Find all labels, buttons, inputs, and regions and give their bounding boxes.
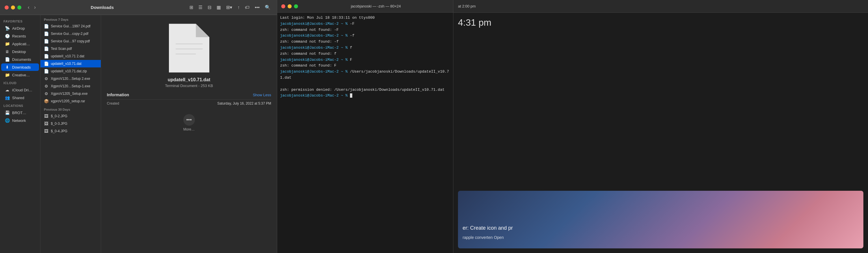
sidebar-item-icloud-drive[interactable]: ☁ iCloud Dri… bbox=[1, 86, 39, 94]
terminal-line: jacobjanoski@Jacobs-iMac-2 ~ % bbox=[280, 93, 450, 99]
terminal-line: zsh: command not found: f bbox=[280, 51, 450, 57]
arrange-button[interactable]: ⊞▾ bbox=[224, 3, 234, 11]
column-view-button[interactable]: ⊟ bbox=[206, 3, 213, 11]
file-item[interactable]: 📦 xgproV1205_setup.rar bbox=[40, 97, 101, 105]
sidebar: Favorites 📡 AirDrop 🕐 Recents 📁 Applicat… bbox=[0, 15, 40, 253]
search-button[interactable]: 🔍 bbox=[263, 3, 272, 11]
created-value: Saturday, July 16, 2022 at 5:37 PM bbox=[217, 101, 271, 105]
terminal-line: zsh: command not found: F bbox=[280, 63, 450, 69]
sidebar-item-label: Desktop bbox=[12, 49, 26, 54]
favorites-header: Favorites bbox=[0, 17, 40, 24]
file-item[interactable]: 📄 Test Scan.pdf bbox=[40, 45, 101, 52]
sidebar-item-documents[interactable]: 📄 Documents bbox=[1, 56, 39, 63]
info-header: Information Show Less bbox=[107, 93, 271, 97]
svg-marker-0 bbox=[169, 24, 209, 72]
pdf-icon: 📄 bbox=[44, 24, 49, 29]
file-preview-icon bbox=[169, 24, 209, 73]
file-list-pane: Previous 7 Days 📄 Service Gui…1997 24.pd… bbox=[40, 15, 101, 253]
list-view-button[interactable]: ☰ bbox=[197, 3, 204, 11]
sidebar-item-applications[interactable]: 📁 Applicati… bbox=[1, 40, 39, 47]
nav-arrows: ‹ › bbox=[26, 4, 37, 11]
file-name: $_0-4.JPG bbox=[51, 129, 67, 133]
sidebar-item-label: Downloads bbox=[12, 65, 31, 69]
file-name: Service Gui…copy-2.pdf bbox=[51, 32, 88, 36]
sidebar-item-label: Applicati… bbox=[12, 42, 30, 46]
finder-body: Favorites 📡 AirDrop 🕐 Recents 📁 Applicat… bbox=[0, 15, 277, 253]
jpg-icon: 🖼 bbox=[44, 129, 49, 134]
fullscreen-button[interactable] bbox=[17, 5, 21, 9]
gallery-view-button[interactable]: ▦ bbox=[215, 3, 223, 11]
exe-icon: ⚙ bbox=[44, 84, 49, 88]
forward-button[interactable]: › bbox=[32, 4, 37, 11]
terminal-minimize-button[interactable] bbox=[288, 4, 292, 8]
file-item[interactable]: 🖼 $_0-2.JPG bbox=[40, 112, 101, 120]
terminal-fullscreen-button[interactable] bbox=[294, 4, 298, 8]
file-item[interactable]: 📄 Service Gui…97 copy.pdf bbox=[40, 37, 101, 45]
file-name: xgproV1205_setup.rar bbox=[51, 99, 85, 103]
terminal-line: jacobjanoski@Jacobs-iMac-2 ~ % /Users/ja… bbox=[280, 69, 450, 81]
sidebar-item-network[interactable]: 🌐 Network bbox=[1, 117, 39, 124]
file-item[interactable]: ⚙ XgproV120…Setup 2.exe bbox=[40, 75, 101, 82]
terminal-close-button[interactable] bbox=[281, 4, 285, 8]
sidebar-item-label: BROT… bbox=[12, 111, 26, 115]
exe-icon: ⚙ bbox=[44, 92, 49, 96]
sidebar-item-downloads[interactable]: ⬇ Downloads bbox=[1, 63, 39, 71]
sidebar-item-airdrop[interactable]: 📡 AirDrop bbox=[1, 25, 39, 32]
file-item[interactable]: 📄 Service Gui…copy-2.pdf bbox=[40, 30, 101, 37]
file-name: Service Gui…1997 24.pdf bbox=[51, 24, 90, 28]
window-title: Downloads bbox=[42, 5, 162, 10]
file-item-selected[interactable]: 📄 updateII_v10.71.dat bbox=[40, 60, 101, 67]
sidebar-item-creative[interactable]: 📁 Creative… bbox=[1, 71, 39, 79]
file-name: updateII_v10.71 2.dat bbox=[51, 54, 84, 58]
right-panel: at 2:00 pm 4:31 pm er: Create icon and p… bbox=[453, 0, 868, 253]
file-item[interactable]: ⚙ XgproV1205_Setup.exe bbox=[40, 90, 101, 97]
file-item[interactable]: 📄 Service Gui…1997 24.pdf bbox=[40, 23, 101, 30]
file-item[interactable]: 📄 updateII_v10.71 2.dat bbox=[40, 52, 101, 60]
right-top-bar: at 2:00 pm bbox=[453, 0, 868, 13]
more-circle-button[interactable]: ••• bbox=[183, 114, 195, 125]
terminal-line: jacobjanoski@Jacobs-iMac-2 ~ % -F bbox=[280, 21, 450, 27]
minimize-button[interactable] bbox=[11, 5, 15, 9]
downloads-icon: ⬇ bbox=[5, 65, 10, 69]
applications-icon: 📁 bbox=[5, 41, 10, 46]
recents-icon: 🕐 bbox=[5, 34, 10, 38]
file-item[interactable]: 🖼 $_0-3.JPG bbox=[40, 120, 101, 128]
locations-header: Locations bbox=[0, 102, 40, 109]
tag-button[interactable]: 🏷 bbox=[243, 4, 251, 11]
terminal-line: zsh: command not found: -f bbox=[280, 39, 450, 45]
sidebar-item-desktop[interactable]: 🖥 Desktop bbox=[1, 48, 39, 55]
back-button[interactable]: ‹ bbox=[26, 4, 31, 11]
icloud-header: iCloud bbox=[0, 79, 40, 86]
pdf-icon: 📄 bbox=[44, 46, 49, 51]
file-item[interactable]: 📄 updateII_v10.71.dat.zip bbox=[40, 67, 101, 75]
terminal-body[interactable]: Last login: Mon Jul 18 18:33:11 on ttys0… bbox=[277, 13, 453, 253]
sidebar-item-label: Recents bbox=[12, 34, 26, 38]
sidebar-item-shared[interactable]: 👥 Shared bbox=[1, 94, 39, 101]
rar-icon: 📦 bbox=[44, 99, 49, 103]
share-button[interactable]: ↑ bbox=[236, 4, 241, 11]
jpg-icon: 🖼 bbox=[44, 114, 49, 118]
file-name: $_0-2.JPG bbox=[51, 114, 67, 118]
terminal-line: jacobjanoski@Jacobs-iMac-2 ~ % f bbox=[280, 45, 450, 51]
file-item[interactable]: 🖼 $_0-4.JPG bbox=[40, 128, 101, 135]
icon-view-button[interactable]: ⊞ bbox=[188, 3, 195, 11]
close-button[interactable] bbox=[5, 5, 9, 9]
bottom-image: er: Create icon and pr rapple converten … bbox=[458, 191, 863, 248]
sidebar-item-brot[interactable]: 💾 BROT… bbox=[1, 109, 39, 116]
file-name: updateII_v10.71.dat.zip bbox=[51, 69, 87, 73]
finder-window: ‹ › Downloads ⊞ ☰ ⊟ ▦ ⊞▾ ↑ 🏷 ••• 🔍 Favor… bbox=[0, 0, 277, 253]
show-less-button[interactable]: Show Less bbox=[253, 93, 271, 97]
pdf-icon: 📄 bbox=[44, 39, 49, 43]
right-content: 4:31 pm er: Create icon and pr rapple co… bbox=[453, 13, 868, 253]
terminal-title: jacobjanoski — -zsh — 80×24 bbox=[303, 4, 449, 8]
file-item[interactable]: ⚙ XgproV120…Setup-1.exe bbox=[40, 82, 101, 90]
exe-icon: ⚙ bbox=[44, 76, 49, 81]
finder-titlebar: ‹ › Downloads ⊞ ☰ ⊟ ▦ ⊞▾ ↑ 🏷 ••• 🔍 bbox=[0, 0, 277, 15]
preview-icon bbox=[169, 24, 209, 73]
file-name: updateII_v10.71.dat bbox=[51, 62, 82, 66]
sidebar-item-label: iCloud Dri… bbox=[12, 88, 32, 92]
info-row-created: Created Saturday, July 16, 2022 at 5:37 … bbox=[107, 99, 271, 107]
preview-pane: updateII_v10.71.dat Terminal Document - … bbox=[101, 15, 277, 253]
sidebar-item-recents[interactable]: 🕐 Recents bbox=[1, 32, 39, 40]
more-button[interactable]: ••• bbox=[253, 4, 261, 11]
